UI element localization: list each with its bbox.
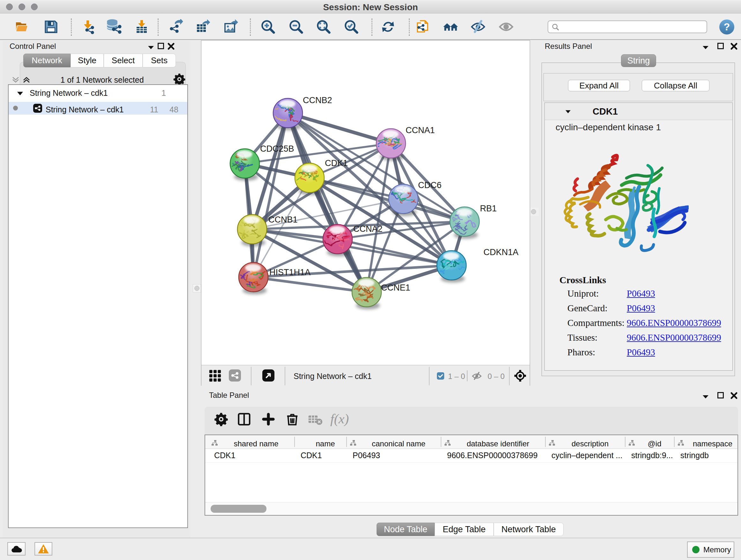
- svg-text:CCNE1: CCNE1: [381, 283, 410, 293]
- svg-text:CDC25B: CDC25B: [260, 144, 294, 153]
- svg-text:HIST1H1A: HIST1H1A: [269, 267, 311, 277]
- svg-text:CCNB2: CCNB2: [303, 96, 332, 105]
- svg-text:CDKN1A: CDKN1A: [483, 247, 519, 257]
- svg-text:CDK1: CDK1: [325, 159, 348, 168]
- svg-text:RB1: RB1: [480, 204, 497, 213]
- svg-text:CDC6: CDC6: [418, 180, 442, 190]
- svg-text:CCNA2: CCNA2: [353, 224, 383, 234]
- svg-text:CCNB1: CCNB1: [268, 215, 298, 225]
- svg-text:CCNA1: CCNA1: [406, 125, 435, 135]
